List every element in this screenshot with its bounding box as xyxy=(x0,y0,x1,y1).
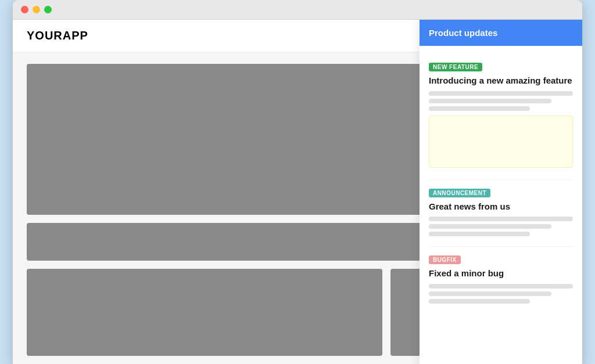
text-line xyxy=(429,299,530,304)
text-line xyxy=(429,99,551,103)
text-line xyxy=(429,217,573,221)
close-button[interactable] xyxy=(21,6,28,13)
update-title-bugfix: Fixed a minor bug xyxy=(429,268,573,279)
badge-bugfix: BUGFIX xyxy=(429,255,461,264)
panel-title: Product updates xyxy=(429,28,497,38)
panel-body: NEW FEATURE Introducing a new amazing fe… xyxy=(420,46,582,322)
badge-new-feature: NEW FEATURE xyxy=(429,63,482,71)
update-item-bugfix[interactable]: BUGFIX Fixed a minor bug xyxy=(429,247,573,313)
app-logo: YOURAPP xyxy=(27,29,88,42)
text-line xyxy=(429,106,530,111)
text-line xyxy=(429,91,573,96)
text-line xyxy=(429,291,551,296)
update-title-announcement: Great news from us xyxy=(429,201,573,212)
text-line xyxy=(429,232,530,236)
browser-content: YOURAPP Dash Product updates NEW FEATURE xyxy=(13,20,582,364)
update-item-announcement[interactable]: ANNOUNCEMENT Great news from us xyxy=(429,180,573,247)
feature-image xyxy=(429,116,573,168)
minimize-button[interactable] xyxy=(33,6,40,13)
update-item-new-feature[interactable]: NEW FEATURE Introducing a new amazing fe… xyxy=(429,54,573,180)
text-line xyxy=(429,284,573,289)
panel-header: Product updates xyxy=(420,20,582,46)
content-block-left xyxy=(27,269,382,356)
update-title-feature: Introducing a new amazing feature xyxy=(429,75,573,87)
text-line xyxy=(429,224,551,229)
badge-announcement: ANNOUNCEMENT xyxy=(429,189,490,197)
product-updates-panel: Product updates NEW FEATURE Introducing … xyxy=(420,20,582,364)
browser-titlebar xyxy=(13,0,582,20)
maximize-button[interactable] xyxy=(44,6,52,13)
browser-window: YOURAPP Dash Product updates NEW FEATURE xyxy=(13,0,582,364)
